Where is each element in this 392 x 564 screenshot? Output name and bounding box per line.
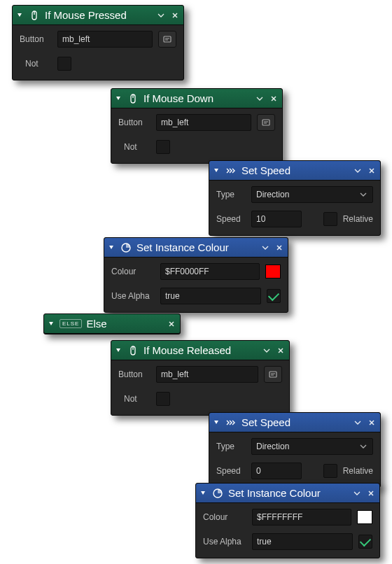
chevron-down-icon[interactable] [260, 243, 270, 253]
chevron-down-icon[interactable] [255, 94, 265, 104]
node-title: If Mouse Released [144, 344, 258, 356]
collapse-icon[interactable] [115, 348, 122, 353]
node-body: Type Direction Speed 10 Relative [209, 181, 380, 235]
not-checkbox[interactable] [156, 140, 170, 154]
not-checkbox[interactable] [156, 392, 170, 406]
svg-rect-13 [270, 372, 276, 377]
colour-field[interactable]: $FF0000FF [160, 263, 260, 280]
expression-button[interactable] [264, 366, 282, 383]
node-else[interactable]: ELSE Else [43, 313, 181, 334]
type-select[interactable]: Direction [251, 438, 373, 455]
not-checkbox[interactable] [57, 57, 71, 71]
colour-icon [120, 241, 132, 254]
close-icon[interactable] [276, 346, 286, 355]
close-icon[interactable] [367, 166, 377, 176]
chevron-down-icon [358, 191, 368, 198]
chevron-down-icon[interactable] [156, 10, 166, 20]
use-alpha-label: Use Alpha [203, 537, 246, 547]
node-body: Colour $FF0000FF Use Alpha true [104, 258, 288, 312]
mouse-icon [127, 344, 139, 357]
collapse-icon[interactable] [108, 245, 115, 251]
use-alpha-checkbox[interactable] [358, 535, 372, 549]
node-titlebar[interactable]: Set Instance Colour [104, 238, 288, 258]
expression-button[interactable] [158, 31, 176, 48]
svg-rect-2 [164, 36, 171, 42]
use-alpha-field[interactable]: true [160, 288, 261, 304]
node-titlebar[interactable]: Set Instance Colour [196, 484, 379, 503]
colour-swatch[interactable] [265, 265, 281, 279]
mouse-icon [127, 92, 139, 105]
mouse-icon [28, 9, 41, 22]
node-title: If Mouse Down [144, 92, 251, 104]
close-icon[interactable] [170, 10, 180, 20]
collapse-icon[interactable] [200, 491, 207, 496]
node-if-mouse-released[interactable]: If Mouse Released Button mb_left Not [111, 340, 290, 416]
collapse-icon[interactable] [48, 321, 55, 327]
close-icon[interactable] [269, 94, 279, 104]
button-field[interactable]: mb_left [156, 114, 251, 131]
speed-icon [225, 416, 237, 429]
collapse-icon[interactable] [214, 420, 220, 425]
type-select[interactable]: Direction [251, 186, 373, 203]
node-set-speed[interactable]: Set Speed Type Direction Speed 10 Relati… [209, 160, 381, 236]
colour-field[interactable]: $FFFFFFFF [252, 509, 351, 526]
use-alpha-checkbox[interactable] [267, 289, 281, 303]
node-titlebar[interactable]: If Mouse Released [111, 341, 289, 360]
node-set-instance-colour[interactable]: Set Instance Colour Colour $FF0000FF Use… [104, 237, 288, 313]
close-icon[interactable] [366, 488, 376, 498]
node-title: Set Instance Colour [228, 487, 348, 499]
chevron-down-icon[interactable] [353, 418, 363, 428]
not-label: Not [118, 142, 150, 152]
node-if-mouse-down[interactable]: If Mouse Down Button mb_left Not [111, 88, 283, 164]
chevron-down-icon[interactable] [353, 166, 363, 176]
node-titlebar[interactable]: ELSE Else [44, 314, 180, 334]
node-title: Set Speed [241, 416, 349, 428]
not-label: Not [118, 394, 150, 404]
use-alpha-label: Use Alpha [111, 291, 155, 301]
svg-rect-7 [262, 120, 270, 125]
collapse-icon[interactable] [214, 168, 220, 174]
type-label: Type [216, 442, 246, 451]
colour-label: Colour [203, 512, 246, 522]
node-if-mouse-pressed[interactable]: If Mouse Pressed Button mb_left Not [12, 5, 184, 80]
node-titlebar[interactable]: If Mouse Pressed [13, 6, 183, 25]
speed-label: Speed [216, 214, 246, 224]
node-set-speed[interactable]: Set Speed Type Direction Speed 0 Relativ… [209, 412, 381, 488]
chevron-down-icon[interactable] [352, 488, 362, 498]
node-body: Button mb_left Not [111, 360, 289, 415]
collapse-icon[interactable] [17, 13, 24, 18]
else-icon: ELSE [59, 319, 82, 328]
speed-field[interactable]: 0 [251, 463, 302, 479]
close-icon[interactable] [367, 418, 377, 428]
button-field[interactable]: mb_left [57, 31, 153, 48]
close-icon[interactable] [167, 319, 176, 329]
type-label: Type [216, 190, 246, 199]
relative-label: Relative [343, 214, 373, 224]
speed-field[interactable]: 10 [251, 211, 302, 227]
button-label: Button [118, 369, 150, 379]
button-field[interactable]: mb_left [156, 366, 258, 383]
colour-swatch[interactable] [357, 510, 372, 524]
node-titlebar[interactable]: Set Speed [209, 161, 380, 181]
node-title: Set Speed [241, 164, 349, 176]
use-alpha-field[interactable]: true [252, 533, 353, 550]
speed-label: Speed [216, 466, 246, 476]
node-titlebar[interactable]: If Mouse Down [111, 89, 282, 108]
close-icon[interactable] [274, 243, 284, 253]
node-body: Button mb_left Not [111, 108, 282, 163]
node-body: Button mb_left Not [13, 25, 183, 80]
collapse-icon[interactable] [115, 96, 122, 101]
node-body: Colour $FFFFFFFF Use Alpha true [196, 503, 379, 558]
relative-checkbox[interactable] [323, 212, 337, 226]
node-titlebar[interactable]: Set Speed [209, 413, 380, 432]
chevron-down-icon [358, 443, 368, 450]
node-title: Set Instance Colour [136, 241, 256, 253]
button-label: Button [20, 34, 52, 44]
node-body: Type Direction Speed 0 Relative [209, 432, 380, 487]
expression-button[interactable] [257, 114, 275, 131]
node-set-instance-colour[interactable]: Set Instance Colour Colour $FFFFFFFF Use… [195, 483, 380, 558]
chevron-down-icon[interactable] [262, 346, 272, 355]
not-label: Not [20, 59, 52, 69]
colour-label: Colour [111, 267, 155, 276]
relative-checkbox[interactable] [323, 464, 337, 478]
